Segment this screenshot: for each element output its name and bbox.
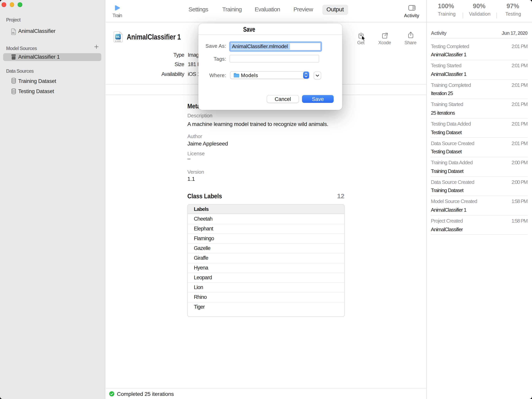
- svg-text:ML MODEL: ML MODEL: [115, 40, 121, 41]
- svg-text:ML: ML: [116, 35, 120, 38]
- svg-text:ML: ML: [12, 32, 15, 34]
